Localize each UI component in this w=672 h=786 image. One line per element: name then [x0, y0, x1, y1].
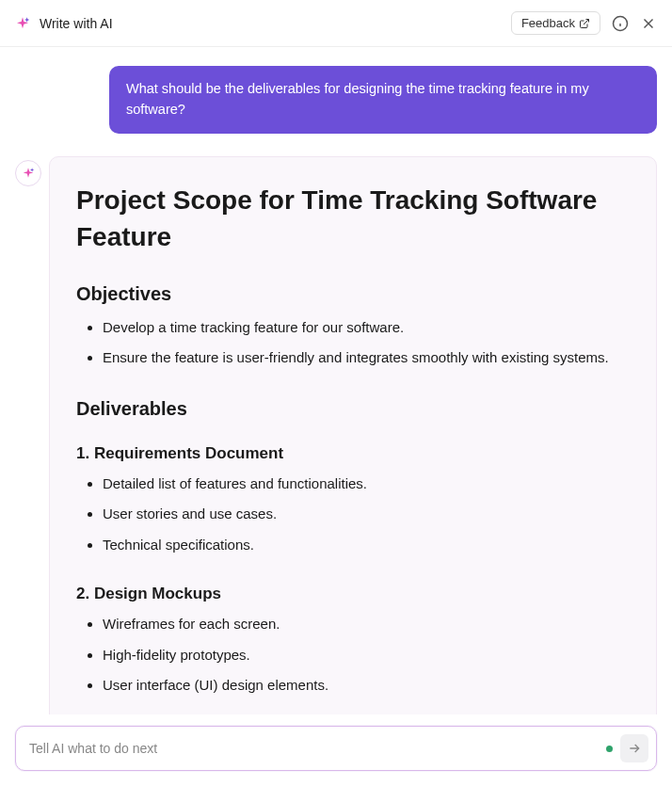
feedback-label: Feedback: [521, 16, 575, 30]
list-item: Ensure the feature is user-friendly and …: [103, 343, 630, 374]
prompt-input[interactable]: [29, 741, 599, 756]
deliverables-heading: Deliverables: [76, 398, 630, 420]
deliverable-sub2-list: Wireframes for each screen. High-fidelit…: [76, 609, 630, 701]
external-link-icon: [579, 18, 590, 29]
header-left: Write with AI: [15, 16, 113, 31]
ai-avatar-badge: [15, 160, 41, 186]
list-item: Develop a time tracking feature for our …: [103, 313, 630, 344]
user-message-bubble: What should be the deliverables for desi…: [109, 66, 657, 134]
response-wrap: Project Scope for Time Tracking Software…: [15, 156, 657, 721]
header-title: Write with AI: [40, 16, 113, 31]
status-dot-icon: [606, 746, 613, 752]
objectives-list: Develop a time tracking feature for our …: [76, 313, 630, 374]
deliverable-sub-heading: 1. Requirements Document: [76, 444, 630, 463]
list-item: Detailed list of features and functional…: [103, 469, 630, 500]
list-item: High-fidelity prototypes.: [103, 640, 630, 671]
content-area: What should be the deliverables for desi…: [0, 47, 672, 720]
deliverable-sub-heading: 2. Design Mockups: [76, 585, 630, 603]
input-bar-wrap: [0, 714, 672, 786]
list-item: User interface (UI) design elements.: [103, 670, 630, 701]
input-bar: [15, 726, 657, 771]
list-item: User stories and use cases.: [103, 499, 630, 530]
user-message-text: What should be the deliverables for desi…: [126, 81, 589, 117]
deliverable-sub1-list: Detailed list of features and functional…: [76, 469, 630, 561]
send-button[interactable]: [620, 734, 648, 762]
response-title: Project Scope for Time Tracking Software…: [76, 182, 630, 255]
info-icon[interactable]: [612, 15, 629, 32]
header-bar: Write with AI Feedback: [0, 0, 672, 47]
list-item: Wireframes for each screen.: [103, 609, 630, 640]
list-item: Technical specifications.: [103, 530, 630, 561]
ai-sparkle-icon: [15, 16, 30, 31]
close-icon[interactable]: [640, 15, 657, 32]
objectives-heading: Objectives: [76, 283, 630, 305]
ai-response-card: Project Scope for Time Tracking Software…: [49, 156, 657, 721]
send-icon: [627, 741, 642, 756]
header-right: Feedback: [511, 11, 657, 35]
feedback-button[interactable]: Feedback: [511, 11, 600, 35]
svg-line-0: [584, 19, 589, 24]
